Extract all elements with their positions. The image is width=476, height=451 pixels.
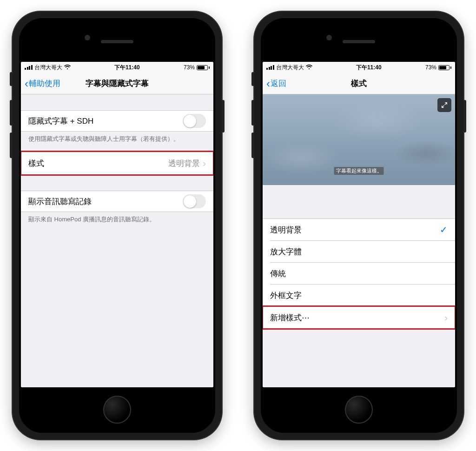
style-option-large-text[interactable]: 放大字體 <box>263 241 455 262</box>
row-closed-captions-sdh[interactable]: 隱藏式字幕 + SDH <box>21 110 213 132</box>
option-label: 透明背景 <box>270 225 440 235</box>
option-label: 新增樣式⋯ <box>270 312 442 323</box>
switch-sdh[interactable] <box>183 114 206 128</box>
status-bar: 台灣大哥大 下午11:40 73% <box>21 62 213 73</box>
wifi-icon <box>64 64 71 71</box>
nav-bar: ‹ 返回 樣式 <box>263 73 455 94</box>
row-label: 顯示音訊聽寫記錄 <box>28 196 183 207</box>
nav-bar: ‹ 輔助使用 字幕與隱藏式字幕 <box>21 73 213 94</box>
checkmark-icon: ✓ <box>440 224 448 235</box>
row-label: 隱藏式字幕 + SDH <box>28 116 183 126</box>
back-label: 輔助使用 <box>29 78 60 89</box>
switch-audio[interactable] <box>183 194 206 208</box>
back-label: 返回 <box>271 78 286 89</box>
status-bar: 台灣大哥大 下午11:40 73% <box>263 62 455 73</box>
style-option-classic[interactable]: 傳統 <box>263 263 455 284</box>
caption-preview: 字幕看起來像這樣。 <box>263 94 455 185</box>
carrier-label: 台灣大哥大 <box>276 64 304 72</box>
signal-icon <box>25 65 33 70</box>
style-option-create-new[interactable]: 新增樣式⋯ › <box>263 306 455 329</box>
screen-left: 台灣大哥大 下午11:40 73% ‹ 輔助使用 <box>21 62 213 387</box>
clock: 下午11:40 <box>114 64 140 72</box>
carrier-label: 台灣大哥大 <box>34 64 62 72</box>
home-button[interactable] <box>345 396 373 424</box>
signal-icon <box>266 65 274 70</box>
battery-pct: 73% <box>425 64 436 71</box>
phone-frame-left: 台灣大哥大 下午11:40 73% ‹ 輔助使用 <box>13 12 222 439</box>
home-button[interactable] <box>103 396 131 424</box>
clock: 下午11:40 <box>356 64 382 72</box>
back-button[interactable]: ‹ 輔助使用 <box>25 78 60 89</box>
chevron-left-icon: ‹ <box>266 78 270 89</box>
screen-right: 台灣大哥大 下午11:40 73% ‹ 返回 <box>263 62 455 387</box>
page-title: 樣式 <box>263 78 455 89</box>
caption-sample: 字幕看起來像這樣。 <box>334 167 384 175</box>
phone-frame-right: 台灣大哥大 下午11:40 73% ‹ 返回 <box>254 12 463 439</box>
row-style[interactable]: 樣式 透明背景 › <box>21 152 213 175</box>
option-label: 傳統 <box>270 268 448 279</box>
wifi-icon <box>306 64 312 71</box>
row-detail: 透明背景 <box>168 158 200 169</box>
style-option-outline[interactable]: 外框文字 <box>263 285 455 306</box>
option-label: 放大字體 <box>270 246 448 257</box>
expand-button[interactable] <box>437 98 451 112</box>
footer-sdh: 使用隱藏式字幕或失聰與聽障人士用字幕（若有提供）。 <box>21 132 213 143</box>
option-label: 外框文字 <box>270 290 448 301</box>
style-options-list: 透明背景 ✓ 放大字體 傳統 外框文字 <box>263 219 455 329</box>
row-audio-transcription[interactable]: 顯示音訊聽寫記錄 <box>21 191 213 212</box>
chevron-right-icon: › <box>444 312 448 323</box>
row-label: 樣式 <box>28 158 168 169</box>
battery-icon <box>438 65 451 70</box>
chevron-left-icon: ‹ <box>25 78 28 89</box>
style-option-transparent[interactable]: 透明背景 ✓ <box>263 219 455 240</box>
footer-audio: 顯示來自 HomePod 廣播訊息的音訊聽寫記錄。 <box>21 212 213 224</box>
chevron-right-icon: › <box>203 158 206 169</box>
expand-icon <box>441 101 448 109</box>
battery-pct: 73% <box>184 64 195 71</box>
back-button[interactable]: ‹ 返回 <box>266 78 286 89</box>
battery-icon <box>197 65 210 70</box>
